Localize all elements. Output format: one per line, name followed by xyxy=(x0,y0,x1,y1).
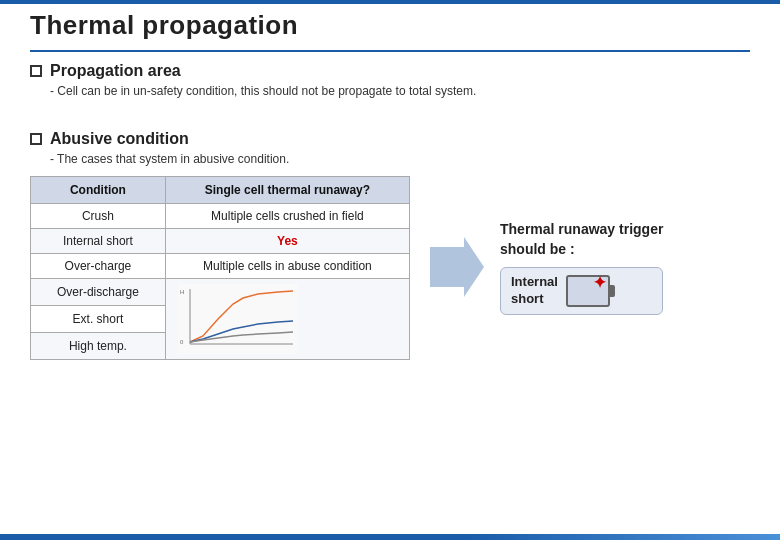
table-row: Over-discharge H 0 xyxy=(31,279,410,306)
condition-cell: Over-charge xyxy=(31,254,166,279)
condition-cell: High temp. xyxy=(31,333,166,360)
bottom-bar xyxy=(0,534,780,540)
page-title: Thermal propagation xyxy=(30,10,298,41)
runaway-cell: Multiple cells crushed in field xyxy=(165,204,409,229)
title-underline xyxy=(30,50,750,52)
section-square-icon-2 xyxy=(30,133,42,145)
table-row: CrushMultiple cells crushed in field xyxy=(31,204,410,229)
runaway-cell: Multiple cells in abuse condition xyxy=(165,254,409,279)
arrow-right-icon xyxy=(430,237,484,297)
abusive-header: Abusive condition xyxy=(30,130,410,148)
thermal-trigger-text: Thermal runaway trigger should be : xyxy=(500,220,663,259)
abusive-content: Condition Single cell thermal runaway? C… xyxy=(30,176,410,360)
propagation-section: Propagation area - Cell can be in un-saf… xyxy=(30,62,476,98)
abusive-title: Abusive condition xyxy=(50,130,189,148)
condition-cell: Internal short xyxy=(31,229,166,254)
abusive-sub: - The cases that system in abusive condi… xyxy=(50,152,410,166)
runaway-cell: Yes xyxy=(165,229,409,254)
col2-header: Single cell thermal runaway? xyxy=(165,177,409,204)
thermal-result: Thermal runaway trigger should be : Inte… xyxy=(430,220,663,315)
section-square-icon xyxy=(30,65,42,77)
runaway-cell: H 0 xyxy=(165,279,409,360)
badge-text: Internal short xyxy=(511,274,558,308)
condition-cell: Over-discharge xyxy=(31,279,166,306)
svg-marker-5 xyxy=(430,237,484,297)
propagation-sub: - Cell can be in un-safety condition, th… xyxy=(50,84,476,98)
top-bar xyxy=(0,0,780,4)
condition-cell: Ext. short xyxy=(31,306,166,333)
svg-text:H: H xyxy=(180,289,184,295)
table-row: Internal shortYes xyxy=(31,229,410,254)
propagation-title: Propagation area xyxy=(50,62,181,80)
condition-table: Condition Single cell thermal runaway? C… xyxy=(30,176,410,360)
abusive-section: Abusive condition - The cases that syste… xyxy=(30,130,410,360)
spark-icon: ✦ xyxy=(593,273,606,292)
propagation-header: Propagation area xyxy=(30,62,476,80)
col1-header: Condition xyxy=(31,177,166,204)
battery-icon: ✦ xyxy=(566,275,610,307)
table-row: Over-chargeMultiple cells in abuse condi… xyxy=(31,254,410,279)
condition-cell: Crush xyxy=(31,204,166,229)
thermal-text-box: Thermal runaway trigger should be : Inte… xyxy=(500,220,663,315)
internal-short-badge: Internal short ✦ xyxy=(500,267,663,315)
